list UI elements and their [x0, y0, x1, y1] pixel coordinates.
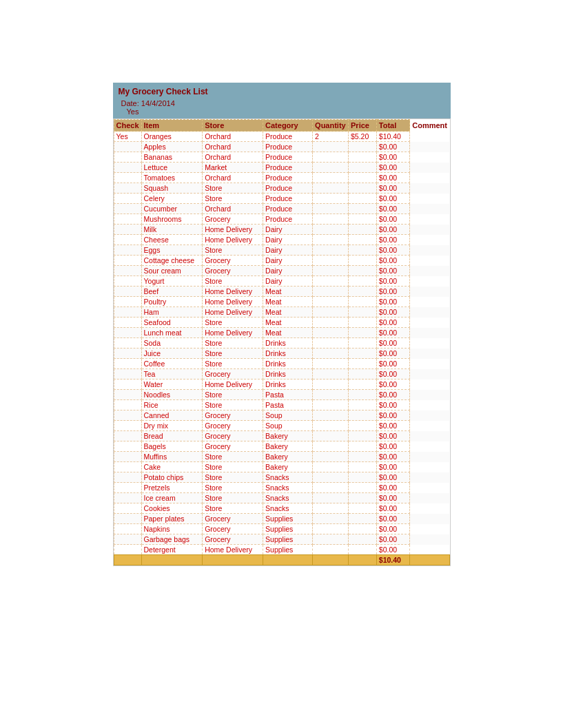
cell-comment — [410, 441, 449, 452]
cell-check — [114, 472, 141, 483]
cell-category: Drinks — [263, 349, 313, 359]
cell-item: Paper plates — [141, 514, 203, 524]
cell-store: Home Delivery — [203, 235, 263, 245]
cell-item: Bagels — [141, 441, 203, 452]
cell-quantity — [313, 235, 349, 245]
cell-price — [349, 472, 377, 483]
table-row: Sour creamGroceryDairy$0.00 — [114, 266, 449, 276]
table-row: NapkinsGrocerySupplies$0.00 — [114, 524, 449, 534]
table-row: SodaStoreDrinks$0.00 — [114, 338, 449, 349]
cell-check — [114, 183, 141, 194]
cell-price — [349, 266, 377, 276]
cell-check — [114, 379, 141, 390]
cell-check — [114, 441, 141, 452]
cell-comment — [410, 410, 449, 421]
cell-quantity — [313, 183, 349, 194]
cell-item: Yogurt — [141, 276, 203, 287]
cell-price — [349, 431, 377, 441]
cell-total: $0.00 — [376, 545, 409, 555]
cell-price — [349, 328, 377, 338]
cell-store: Store — [203, 452, 263, 462]
cell-check — [114, 194, 141, 204]
cell-price — [349, 421, 377, 431]
cell-item: Ice cream — [141, 493, 203, 503]
cell-store: Store — [203, 318, 263, 328]
cell-comment — [410, 328, 449, 338]
cell-comment — [410, 359, 449, 369]
total-cell-6: $10.40 — [376, 555, 409, 565]
cell-category: Meat — [263, 318, 313, 328]
cell-comment — [410, 245, 449, 256]
cell-price — [349, 534, 377, 545]
cell-category: Drinks — [263, 338, 313, 349]
cell-check — [114, 545, 141, 555]
cell-check — [114, 462, 141, 472]
cell-item: Water — [141, 379, 203, 390]
cell-quantity — [313, 266, 349, 276]
cell-price — [349, 307, 377, 318]
grocery-table: Check Item Store Category Quantity Price… — [114, 119, 450, 565]
cell-comment — [410, 524, 449, 534]
cell-comment — [410, 318, 449, 328]
cell-check — [114, 493, 141, 503]
cell-category: Snacks — [263, 503, 313, 514]
cell-category: Produce — [263, 163, 313, 173]
cell-total: $0.00 — [376, 235, 409, 245]
cell-item: Cottage cheese — [141, 256, 203, 266]
cell-store: Store — [203, 400, 263, 410]
table-row: CoffeeStoreDrinks$0.00 — [114, 359, 449, 369]
cell-category: Snacks — [263, 483, 313, 493]
cell-item: Celery — [141, 194, 203, 204]
cell-total: $0.00 — [376, 369, 409, 379]
table-row: CucumberOrchardProduce$0.00 — [114, 204, 449, 214]
cell-quantity — [313, 152, 349, 163]
cell-total: $0.00 — [376, 297, 409, 307]
cell-comment — [410, 173, 449, 183]
cell-total: $0.00 — [376, 194, 409, 204]
cell-quantity — [313, 441, 349, 452]
col-comment: Comment — [410, 120, 449, 132]
cell-store: Grocery — [203, 369, 263, 379]
cell-item: Squash — [141, 183, 203, 194]
cell-total: $0.00 — [376, 503, 409, 514]
cell-comment — [410, 214, 449, 225]
cell-item: Potato chips — [141, 472, 203, 483]
cell-quantity — [313, 483, 349, 493]
cell-quantity — [313, 194, 349, 204]
cell-item: Poultry — [141, 297, 203, 307]
table-row: LettuceMarketProduce$0.00 — [114, 163, 449, 173]
col-total: Total — [376, 120, 409, 132]
cell-total: $0.00 — [376, 214, 409, 225]
table-row: CookiesStoreSnacks$0.00 — [114, 503, 449, 514]
cell-comment — [410, 390, 449, 400]
cell-store: Store — [203, 483, 263, 493]
cell-store: Home Delivery — [203, 545, 263, 555]
table-row: Ice creamStoreSnacks$0.00 — [114, 493, 449, 503]
cell-category: Drinks — [263, 359, 313, 369]
cell-check — [114, 483, 141, 493]
date-label: Date: 14/4/2014 — [119, 99, 445, 107]
table-row: BeefHome DeliveryMeat$0.00 — [114, 287, 449, 297]
cell-category: Dairy — [263, 225, 313, 235]
table-row: SeafoodStoreMeat$0.00 — [114, 318, 449, 328]
cell-quantity — [313, 410, 349, 421]
cell-store: Grocery — [203, 534, 263, 545]
cell-price — [349, 441, 377, 452]
title-bar: My Grocery Check List Date: 14/4/2014 Ye… — [113, 83, 451, 118]
cell-store: Grocery — [203, 431, 263, 441]
cell-category: Bakery — [263, 462, 313, 472]
cell-category: Drinks — [263, 369, 313, 379]
cell-quantity — [313, 328, 349, 338]
cell-quantity — [313, 421, 349, 431]
cell-comment — [410, 462, 449, 472]
cell-category: Dairy — [263, 276, 313, 287]
cell-category: Soup — [263, 410, 313, 421]
cell-comment — [410, 379, 449, 390]
cell-total: $0.00 — [376, 152, 409, 163]
cell-total: $0.00 — [376, 225, 409, 235]
cell-check — [114, 524, 141, 534]
cell-category: Snacks — [263, 493, 313, 503]
col-check: Check — [114, 120, 141, 132]
cell-check — [114, 390, 141, 400]
table-row: YesOrangesOrchardProduce2$5.20$10.40 — [114, 132, 449, 142]
